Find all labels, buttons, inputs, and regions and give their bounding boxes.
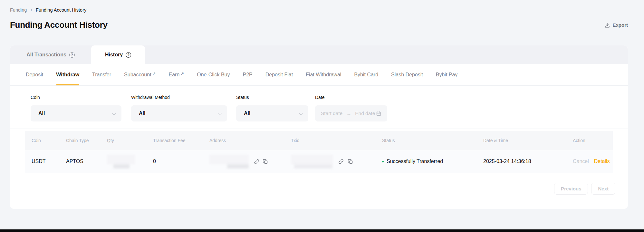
subtab-bybit-pay[interactable]: Bybit Pay	[436, 64, 458, 85]
export-label: Export	[612, 22, 628, 28]
col-header-action: Action	[573, 138, 613, 143]
col-header-coin: Coin	[32, 138, 66, 143]
status-filter-label: Status	[236, 95, 308, 100]
download-icon	[604, 22, 610, 28]
subtab-label: Deposit Fiat	[265, 72, 293, 78]
status-filter-select[interactable]: All	[236, 105, 308, 121]
redacted-blur	[227, 164, 249, 169]
start-date-input[interactable]: Start date	[321, 111, 342, 116]
address-link-icon[interactable]	[254, 159, 259, 164]
subtab-deposit-fiat[interactable]: Deposit Fiat	[265, 64, 293, 85]
help-icon[interactable]: ?	[69, 52, 75, 58]
subtab-slash-deposit[interactable]: Slash Deposit	[391, 64, 423, 85]
subtab-deposit[interactable]: Deposit	[26, 64, 43, 85]
coin-filter-label: Coin	[31, 95, 121, 100]
status-filter-group: Status All	[236, 95, 308, 121]
withdrawal-method-filter-label: Withdrawal Method	[131, 95, 227, 100]
calendar-icon[interactable]	[376, 111, 381, 116]
pagination: Previous Next	[10, 183, 615, 195]
chevron-down-icon	[299, 111, 303, 115]
cell-coin: USDT	[32, 159, 66, 164]
subtab-one-click-buy[interactable]: One-Click Buy	[197, 64, 230, 85]
col-header-address: Address	[209, 138, 291, 143]
external-link-icon: ↗	[180, 71, 184, 76]
filter-bar: Coin All Withdrawal Method All Status Al…	[10, 86, 628, 129]
col-header-chain-type: Chain Type	[66, 138, 107, 143]
breadcrumb: Funding › Funding Account History	[10, 7, 86, 13]
date-filter-group: Date Start date → End date	[315, 95, 387, 121]
chevron-down-icon	[112, 111, 116, 115]
subtab-earn[interactable]: Earn↗	[169, 64, 184, 85]
subtab-label: Bybit Card	[354, 72, 378, 78]
date-range-picker[interactable]: Start date → End date	[315, 105, 387, 121]
table-row: USDT APTOS 0	[25, 150, 613, 173]
withdrawal-method-filter-group: Withdrawal Method All	[131, 95, 227, 121]
cell-txid	[291, 155, 382, 169]
subtab-label: Fiat Withdrawal	[306, 72, 341, 78]
funding-history-card: All Transactions ? History ? Deposit Wit…	[10, 45, 628, 209]
cell-status: Successfully Transferred	[382, 159, 483, 164]
subtab-label: Subaccount	[124, 72, 151, 78]
tab-history[interactable]: History ?	[91, 45, 145, 64]
status-filter-value: All	[244, 111, 250, 116]
subtab-label: Earn	[169, 72, 180, 78]
subtab-p2p[interactable]: P2P	[243, 64, 252, 85]
tab-all-transactions-label: All Transactions	[26, 52, 66, 58]
subtab-subaccount[interactable]: Subaccount↗	[124, 64, 156, 85]
redacted-blur	[113, 164, 130, 169]
txid-copy-icon[interactable]	[348, 159, 353, 164]
cell-date-time: 2025-03-24 14:36:18	[483, 159, 573, 164]
breadcrumb-current: Funding Account History	[36, 7, 86, 13]
col-header-qty: Qty	[107, 138, 153, 143]
col-header-status: Status	[382, 138, 483, 143]
date-filter-label: Date	[315, 95, 387, 100]
subtab-label: Deposit	[26, 72, 43, 78]
history-table: Coin Chain Type Qty Transaction Fee Addr…	[25, 131, 613, 173]
col-header-date-time: Date & Time	[483, 138, 573, 143]
end-date-input[interactable]: End date	[355, 111, 375, 116]
coin-filter-group: Coin All	[31, 95, 121, 121]
secondary-tabstrip: Deposit Withdraw Transfer Subaccount↗ Ea…	[10, 64, 628, 86]
page-title: Funding Account History	[10, 20, 108, 30]
external-link-icon: ↗	[152, 71, 156, 76]
redacted-blur	[294, 164, 332, 169]
details-action[interactable]: Details	[594, 159, 610, 164]
status-dot-icon	[382, 161, 384, 162]
export-button[interactable]: Export	[604, 22, 628, 28]
coin-filter-select[interactable]: All	[31, 105, 121, 121]
help-icon[interactable]: ?	[126, 52, 131, 58]
subtab-withdraw[interactable]: Withdraw	[56, 64, 79, 85]
withdrawal-method-filter-select[interactable]: All	[131, 105, 227, 121]
cell-qty-redacted	[107, 155, 153, 169]
cancel-action[interactable]: Cancel	[573, 159, 589, 164]
title-row: Funding Account History Export	[10, 20, 628, 30]
cell-chain-type: APTOS	[66, 159, 107, 164]
breadcrumb-separator-icon: ›	[30, 7, 32, 13]
coin-filter-value: All	[38, 111, 45, 116]
status-text: Successfully Transferred	[387, 159, 443, 164]
subtab-label: One-Click Buy	[197, 72, 230, 78]
subtab-bybit-card[interactable]: Bybit Card	[354, 64, 378, 85]
redacted-blur	[107, 155, 135, 164]
cell-action: Cancel Details	[573, 159, 613, 164]
subtab-fiat-withdrawal[interactable]: Fiat Withdrawal	[306, 64, 341, 85]
next-page-button[interactable]: Next	[591, 183, 615, 195]
redacted-blur	[209, 155, 249, 164]
subtab-transfer[interactable]: Transfer	[92, 64, 111, 85]
subtab-label: Slash Deposit	[391, 72, 423, 78]
redacted-blur	[291, 155, 333, 164]
breadcrumb-funding-link[interactable]: Funding	[10, 7, 27, 13]
chevron-down-icon	[218, 111, 222, 115]
txid-link-icon[interactable]	[338, 159, 344, 164]
subtab-label: Transfer	[92, 72, 111, 78]
subtab-label: Withdraw	[56, 72, 79, 78]
window-bottom-edge	[0, 229, 644, 232]
tab-all-transactions[interactable]: All Transactions ?	[10, 45, 91, 64]
primary-tabstrip: All Transactions ? History ?	[10, 45, 628, 64]
subtab-label: P2P	[243, 72, 252, 78]
address-copy-icon[interactable]	[263, 159, 268, 164]
previous-page-button[interactable]: Previous	[554, 183, 588, 195]
cell-transaction-fee: 0	[153, 159, 209, 164]
subtab-label: Bybit Pay	[436, 72, 458, 78]
col-header-txid: Txid	[291, 138, 382, 143]
